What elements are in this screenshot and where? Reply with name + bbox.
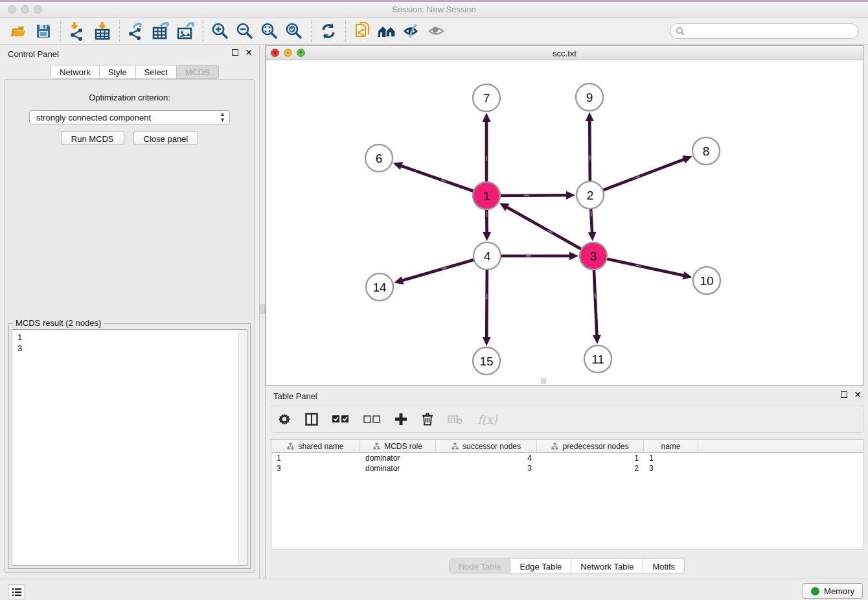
export-image-icon[interactable] xyxy=(174,19,198,43)
settings-gear-icon[interactable] xyxy=(278,413,291,426)
minimize-network-button[interactable]: − xyxy=(284,49,292,57)
column-header-name[interactable]: name xyxy=(644,440,698,452)
zoom-selected-icon[interactable] xyxy=(282,19,306,43)
tab-node-table[interactable]: Node Table xyxy=(450,559,511,573)
export-table-icon[interactable] xyxy=(149,19,174,43)
memory-status-icon xyxy=(811,587,819,595)
edge-arrowhead xyxy=(483,337,491,346)
import-table-icon[interactable] xyxy=(90,19,115,43)
run-mcds-button[interactable]: Run MCDS xyxy=(61,131,124,145)
search-input[interactable] xyxy=(688,26,853,36)
toolbar-separator xyxy=(60,20,61,42)
cell-mcds-role[interactable]: dominator xyxy=(360,464,436,473)
cell-predecessor-nodes[interactable]: 2 xyxy=(537,464,644,473)
tab-style[interactable]: Style xyxy=(100,65,136,78)
search-icon xyxy=(676,27,685,36)
edge-arrowhead xyxy=(566,191,575,200)
cell-mcds-role[interactable]: dominator xyxy=(360,454,436,463)
maximize-network-button[interactable]: + xyxy=(297,49,305,57)
refresh-icon[interactable] xyxy=(316,19,341,43)
column-header-shared-name[interactable]: shared name xyxy=(271,440,360,452)
tab-network-table[interactable]: Network Table xyxy=(571,559,643,573)
network-window-titlebar: x − + scc.txt xyxy=(266,46,863,60)
cell-shared-name[interactable]: 3 xyxy=(271,464,360,473)
vertical-splitter[interactable] xyxy=(259,45,266,579)
cell-successor-nodes[interactable]: 3 xyxy=(436,464,537,473)
new-network-from-selection-icon[interactable] xyxy=(350,19,375,43)
edge-arrowhead xyxy=(483,113,491,122)
network-graph[interactable]: 7968124314101511 xyxy=(266,60,863,385)
show-column-panel-icon[interactable] xyxy=(305,413,318,426)
status-bar: Memory xyxy=(0,579,868,600)
dropdown-value: strongly connected component xyxy=(36,113,151,122)
tab-network[interactable]: Network xyxy=(51,65,100,78)
close-table-panel-icon[interactable]: ✕ xyxy=(854,391,862,398)
result-line: 3 xyxy=(17,343,247,354)
table-row[interactable]: 1 dominator 4 1 1 xyxy=(271,453,863,463)
network-window-title: scc.txt xyxy=(266,46,863,58)
close-panel-button[interactable]: Close panel xyxy=(133,131,199,145)
import-network-icon[interactable] xyxy=(65,19,90,43)
main-toolbar xyxy=(0,17,868,45)
window-titlebar: Session: New Session xyxy=(0,2,868,17)
node-label-7: 7 xyxy=(483,91,490,105)
network-canvas[interactable]: 7968124314101511 xyxy=(266,60,863,385)
cell-shared-name[interactable]: 1 xyxy=(271,454,360,463)
tab-edge-table[interactable]: Edge Table xyxy=(510,559,571,573)
column-type-icon xyxy=(551,443,558,450)
splitter-grip[interactable] xyxy=(260,305,265,314)
mcds-result-group: MCDS result (2 nodes) 1 3 xyxy=(8,323,251,569)
node-label-10: 10 xyxy=(700,274,713,288)
network-resize-grip[interactable] xyxy=(541,378,546,384)
toolbar-separator xyxy=(203,20,203,42)
node-label-11: 11 xyxy=(591,352,604,366)
node-label-8: 8 xyxy=(703,144,710,158)
tab-select[interactable]: Select xyxy=(136,65,177,78)
zoom-out-icon[interactable] xyxy=(233,19,257,43)
deselect-all-icon[interactable] xyxy=(363,415,380,424)
result-scrollbar[interactable] xyxy=(238,330,247,565)
cell-name[interactable]: 1 xyxy=(644,454,698,463)
cell-successor-nodes[interactable]: 4 xyxy=(436,454,537,463)
hide-selected-icon[interactable] xyxy=(400,19,424,43)
float-panel-icon[interactable] xyxy=(232,49,238,56)
window-title: Session: New Session xyxy=(0,5,868,14)
cell-predecessor-nodes[interactable]: 1 xyxy=(537,454,644,463)
delete-icon[interactable] xyxy=(422,413,433,426)
table-tabs: Node Table Edge Table Network Table Moti… xyxy=(449,559,685,573)
select-all-icon[interactable] xyxy=(332,415,349,424)
edge-arrowhead xyxy=(393,162,403,170)
table-panel: Table Panel ✕ xyxy=(266,387,868,579)
search-field[interactable] xyxy=(670,23,859,39)
tab-mcds[interactable]: MCDS xyxy=(177,65,218,78)
tab-motifs[interactable]: Motifs xyxy=(643,559,684,573)
edge-arrowhead xyxy=(593,335,601,344)
column-header-predecessor-nodes[interactable]: predecessor nodes xyxy=(537,440,644,452)
toolbar-separator xyxy=(345,20,346,42)
first-neighbors-icon[interactable] xyxy=(375,19,400,43)
column-header-mcds-role[interactable]: MCDS role xyxy=(360,440,436,452)
table-header-row: shared name MCDS role successor nodes pr… xyxy=(271,440,863,453)
open-file-icon[interactable] xyxy=(6,19,31,43)
task-history-button[interactable] xyxy=(8,584,25,599)
column-header-successor-nodes[interactable]: successor nodes xyxy=(436,440,537,452)
optimization-criterion-dropdown[interactable]: strongly connected component ▲▼ xyxy=(29,110,230,124)
export-network-icon[interactable] xyxy=(124,19,149,43)
save-session-icon[interactable] xyxy=(31,19,56,43)
float-table-panel-icon[interactable] xyxy=(841,391,847,398)
close-network-button[interactable]: x xyxy=(271,49,279,57)
mcds-result-list[interactable]: 1 3 xyxy=(12,329,247,566)
edge-arrowhead xyxy=(569,252,578,260)
result-line: 1 xyxy=(17,332,247,343)
zoom-in-icon[interactable] xyxy=(208,19,233,43)
cell-name[interactable]: 3 xyxy=(644,464,698,473)
add-icon[interactable] xyxy=(394,413,407,426)
node-label-1: 1 xyxy=(483,189,490,203)
zoom-fit-icon[interactable] xyxy=(257,19,282,43)
memory-button[interactable]: Memory xyxy=(803,583,863,599)
show-all-icon[interactable] xyxy=(424,19,449,43)
table-row[interactable]: 3 dominator 3 2 3 xyxy=(271,463,863,474)
edge-arrowhead xyxy=(588,232,597,241)
close-panel-icon[interactable]: ✕ xyxy=(245,49,253,56)
optimization-criterion-label: Optimization criterion: xyxy=(5,93,255,102)
